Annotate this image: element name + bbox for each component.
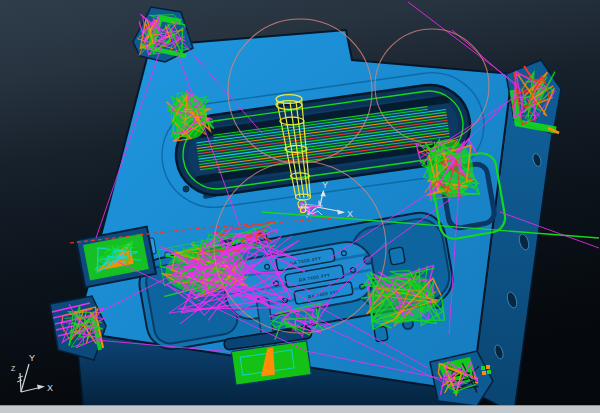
triad-x-label: X <box>47 383 53 393</box>
triad-z-label: Z <box>11 365 16 372</box>
cad-application-window: RA 7400 4YY RA 7400 4YY RA 7400 4YY <box>0 0 600 413</box>
ucs-x-label: X <box>347 209 353 219</box>
dowel-hole[interactable] <box>183 186 189 192</box>
window-bottom-border <box>0 406 600 413</box>
ucs-y-label: Y <box>322 180 328 190</box>
cad-viewport-3d[interactable]: RA 7400 4YY RA 7400 4YY RA 7400 4YY <box>0 0 600 413</box>
triad-y-label: Y <box>29 353 35 363</box>
cavity-tab <box>389 247 406 265</box>
